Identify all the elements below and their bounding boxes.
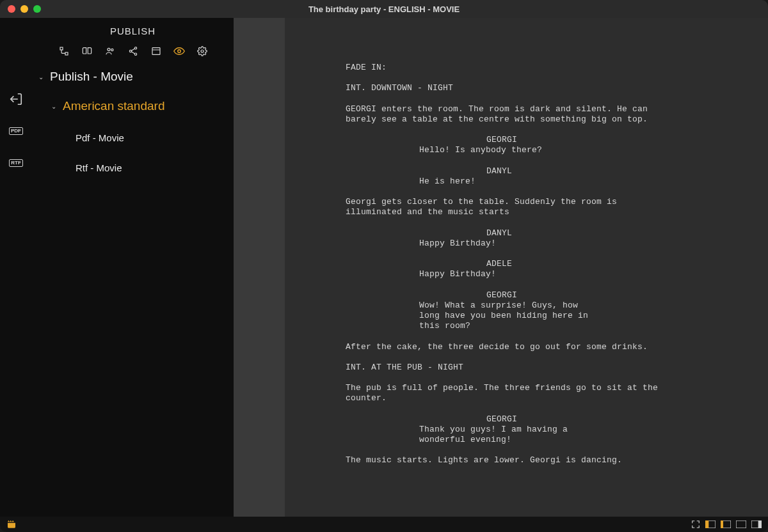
svg-point-13 bbox=[201, 50, 204, 52]
panel-none-icon[interactable] bbox=[736, 520, 746, 528]
tree-item-label: Rtf - Movie bbox=[76, 162, 122, 173]
page-gutter bbox=[234, 18, 285, 517]
screenplay-page: FADE IN: INT. DOWNTOWN - NIGHT GEORGI en… bbox=[285, 18, 768, 517]
sp-character: DANYL bbox=[346, 228, 768, 239]
sp-character: GEORGI bbox=[346, 135, 768, 145]
sp-dialogue: Happy Birthday! bbox=[346, 269, 582, 279]
tree-group-american-standard[interactable]: ⌄ American standard bbox=[38, 95, 234, 117]
sp-character: GEORGI bbox=[346, 290, 768, 301]
svg-line-8 bbox=[131, 49, 134, 51]
minimize-window-button[interactable] bbox=[20, 5, 28, 13]
sidebar-title: PUBLISH bbox=[32, 18, 234, 42]
chevron-down-icon: ⌄ bbox=[51, 103, 58, 110]
svg-rect-1 bbox=[60, 47, 63, 50]
book-icon[interactable] bbox=[81, 45, 93, 57]
close-window-button[interactable] bbox=[8, 5, 15, 13]
tree-item-rtf[interactable]: Rtf - Movie bbox=[38, 159, 234, 177]
sp-fade-in: FADE IN: bbox=[346, 63, 768, 73]
sp-dialogue: long have you been hiding here in bbox=[346, 311, 582, 321]
eye-icon[interactable] bbox=[173, 45, 185, 57]
sp-dialogue: Wow! What a surprise! Guys, how bbox=[346, 301, 582, 311]
tree-root-label: Publish - Movie bbox=[50, 70, 133, 84]
export-icon[interactable] bbox=[8, 91, 24, 107]
panel-left-icon[interactable] bbox=[705, 520, 716, 528]
chevron-down-icon: ⌄ bbox=[38, 74, 45, 81]
svg-rect-10 bbox=[152, 48, 160, 55]
sp-dialogue: wonderful evening! bbox=[346, 435, 582, 445]
svg-rect-18 bbox=[736, 520, 746, 528]
sp-action: illuminated and the music starts bbox=[346, 207, 768, 217]
layout-switcher bbox=[691, 520, 762, 529]
sp-dialogue: this room? bbox=[346, 321, 582, 331]
fullscreen-icon[interactable] bbox=[691, 520, 700, 529]
sp-action: GEORGI enters the room. The room is dark… bbox=[346, 104, 768, 114]
sp-action: The pub is full of people. The three fri… bbox=[346, 383, 768, 393]
tree-item-label: Pdf - Movie bbox=[76, 132, 124, 143]
panel-left-alt-icon[interactable] bbox=[721, 520, 731, 528]
sp-scene-heading: INT. AT THE PUB - NIGHT bbox=[346, 363, 768, 373]
window-title: The birthday party - ENGLISH - MOVIE bbox=[0, 4, 768, 14]
sp-dialogue: He is here! bbox=[346, 176, 582, 187]
titlebar: The birthday party - ENGLISH - MOVIE bbox=[0, 0, 768, 18]
sp-action: counter. bbox=[346, 393, 768, 403]
tree-group-label: American standard bbox=[63, 99, 164, 113]
sp-dialogue: Thank you guys! I am having a bbox=[346, 425, 582, 435]
tree-item-pdf[interactable]: Pdf - Movie bbox=[38, 129, 234, 147]
sp-action: Georgi gets closer to the table. Suddenl… bbox=[346, 197, 768, 207]
publish-tree: ⌄ Publish - Movie ⌄ American standard Pd… bbox=[32, 66, 234, 177]
left-rail: PDF RTF bbox=[0, 18, 32, 517]
panel-right-icon[interactable] bbox=[751, 520, 762, 528]
clapper-icon[interactable] bbox=[6, 519, 17, 531]
sidebar-panel: PUBLISH ⌄ Publish - Movie ⌄ American sta… bbox=[32, 18, 234, 517]
people-icon[interactable] bbox=[104, 45, 116, 57]
svg-point-3 bbox=[108, 48, 110, 51]
sp-character: GEORGI bbox=[346, 414, 768, 425]
sp-character: ADELE bbox=[346, 259, 768, 269]
svg-rect-20 bbox=[758, 520, 762, 528]
tree-icon[interactable] bbox=[58, 45, 70, 57]
rtf-icon[interactable]: RTF bbox=[8, 155, 24, 171]
sidebar-toolbar bbox=[32, 42, 234, 66]
sp-character: DANYL bbox=[346, 166, 768, 176]
gear-icon[interactable] bbox=[196, 45, 208, 57]
layout-icon[interactable] bbox=[150, 45, 162, 57]
sp-action: After the cake, the three decide to go o… bbox=[346, 342, 768, 352]
svg-point-4 bbox=[111, 49, 113, 51]
share-icon[interactable] bbox=[127, 45, 139, 57]
svg-rect-17 bbox=[721, 520, 723, 528]
svg-point-12 bbox=[177, 50, 180, 53]
svg-rect-15 bbox=[705, 520, 708, 528]
tree-root[interactable]: ⌄ Publish - Movie bbox=[38, 66, 234, 88]
sp-dialogue: Hello! Is anybody there? bbox=[346, 145, 582, 155]
svg-rect-2 bbox=[65, 52, 68, 55]
sp-dialogue: Happy Birthday! bbox=[346, 239, 582, 249]
sp-action: barely see a table at the centre with so… bbox=[346, 114, 768, 125]
preview-area: FADE IN: INT. DOWNTOWN - NIGHT GEORGI en… bbox=[234, 18, 768, 517]
sp-scene-heading: INT. DOWNTOWN - NIGHT bbox=[346, 83, 768, 93]
sp-action: The music starts. Lights are lower. Geor… bbox=[346, 455, 768, 465]
svg-line-9 bbox=[131, 52, 134, 54]
pdf-icon[interactable]: PDF bbox=[8, 123, 24, 139]
maximize-window-button[interactable] bbox=[33, 5, 41, 13]
status-bar bbox=[0, 517, 768, 532]
